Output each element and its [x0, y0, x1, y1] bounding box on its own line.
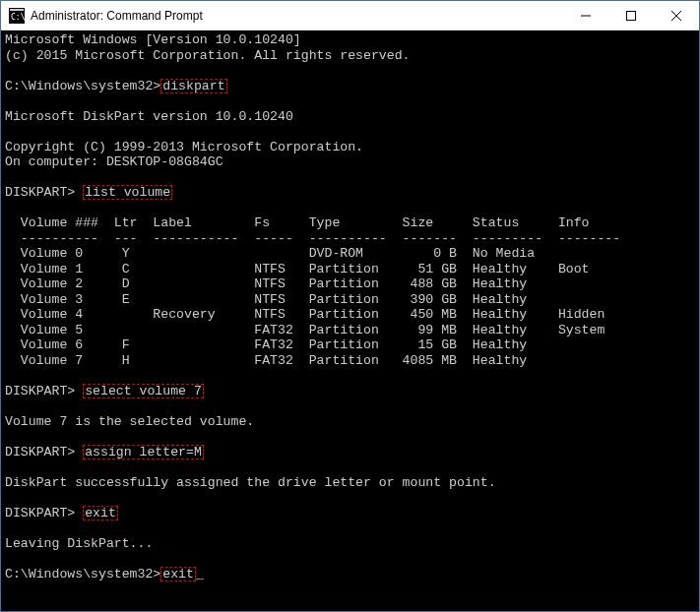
terminal-line: Microsoft DiskPart version 10.0.10240	[5, 109, 699, 125]
terminal-line	[5, 490, 699, 506]
terminal-line	[5, 429, 699, 445]
highlighted-command: exit	[160, 567, 196, 581]
table-row: Volume 5 FAT32 Partition 99 MB Healthy S…	[5, 323, 699, 338]
cmd-icon: C:\	[9, 8, 25, 24]
terminal-line	[5, 398, 699, 414]
prompt-text: DISKPART>	[5, 185, 83, 200]
terminal-line: C:\Windows\system32>exit_	[5, 567, 699, 582]
svg-rect-4	[627, 11, 636, 20]
prompt-text: C:\Windows\system32>	[5, 79, 160, 93]
terminal-line	[5, 520, 699, 536]
table-header: Volume ### Ltr Label Fs Type Size Status…	[5, 215, 699, 231]
terminal-line	[5, 201, 699, 216]
terminal-line	[5, 63, 699, 79]
prompt-text: DISKPART>	[5, 384, 83, 398]
terminal-line	[5, 551, 699, 567]
terminal-line: DISKPART> select volume 7	[5, 384, 699, 399]
terminal-line: On computer: DESKTOP-08G84GC	[5, 154, 699, 170]
terminal-line: DiskPart successfully assigned the drive…	[5, 475, 699, 491]
svg-rect-1	[10, 9, 24, 11]
highlighted-command: assign letter=M	[83, 445, 204, 459]
table-row: Volume 1 C NTFS Partition 51 GB Healthy …	[5, 262, 699, 277]
table-row: Volume 6 F FAT32 Partition 15 GB Healthy	[5, 337, 699, 353]
terminal-line: (c) 2015 Microsoft Corporation. All righ…	[5, 48, 699, 64]
terminal-line: Microsoft Windows [Version 10.0.10240]	[5, 32, 699, 48]
terminal-line: Leaving DiskPart...	[5, 536, 699, 552]
highlighted-command: list volume	[83, 185, 172, 200]
highlighted-command: diskpart	[160, 79, 226, 93]
terminal-line: DISKPART> assign letter=M	[5, 445, 699, 460]
command-prompt-window: C:\ Administrator: Command Prompt Micros…	[0, 0, 700, 612]
table-row: Volume 2 D NTFS Partition 488 GB Healthy	[5, 276, 699, 292]
highlighted-command: select volume 7	[83, 384, 204, 398]
svg-text:C:\: C:\	[11, 13, 25, 22]
terminal-line	[5, 93, 699, 109]
terminal-line	[5, 459, 699, 475]
highlighted-command: exit	[83, 506, 118, 520]
prompt-text: C:\Windows\system32>	[5, 567, 160, 581]
table-divider: ---------- --- ----------- ----- -------…	[5, 231, 699, 247]
table-row: Volume 7 H FAT32 Partition 4085 MB Healt…	[5, 353, 699, 369]
terminal-output[interactable]: Microsoft Windows [Version 10.0.10240](c…	[1, 31, 699, 611]
table-row: Volume 0 Y DVD-ROM 0 B No Media	[5, 246, 699, 262]
terminal-line	[5, 368, 699, 384]
terminal-line: DISKPART> list volume	[5, 185, 699, 201]
terminal-line: C:\Windows\system32>diskpart	[5, 79, 699, 94]
table-row: Volume 3 E NTFS Partition 390 GB Healthy	[5, 292, 699, 308]
terminal-line: DISKPART> exit	[5, 506, 699, 521]
window-title: Administrator: Command Prompt	[31, 9, 563, 23]
title-bar[interactable]: C:\ Administrator: Command Prompt	[1, 1, 699, 31]
terminal-line	[5, 124, 699, 140]
window-controls	[563, 1, 699, 30]
minimize-button[interactable]	[563, 1, 608, 30]
terminal-line	[5, 170, 699, 186]
close-button[interactable]	[654, 1, 699, 30]
prompt-text: DISKPART>	[5, 506, 83, 520]
table-row: Volume 4 Recovery NTFS Partition 450 MB …	[5, 307, 699, 323]
cursor: _	[196, 567, 204, 581]
terminal-line: Volume 7 is the selected volume.	[5, 414, 699, 430]
maximize-button[interactable]	[608, 1, 654, 30]
prompt-text: DISKPART>	[5, 445, 83, 459]
terminal-line: Copyright (C) 1999-2013 Microsoft Corpor…	[5, 140, 699, 155]
